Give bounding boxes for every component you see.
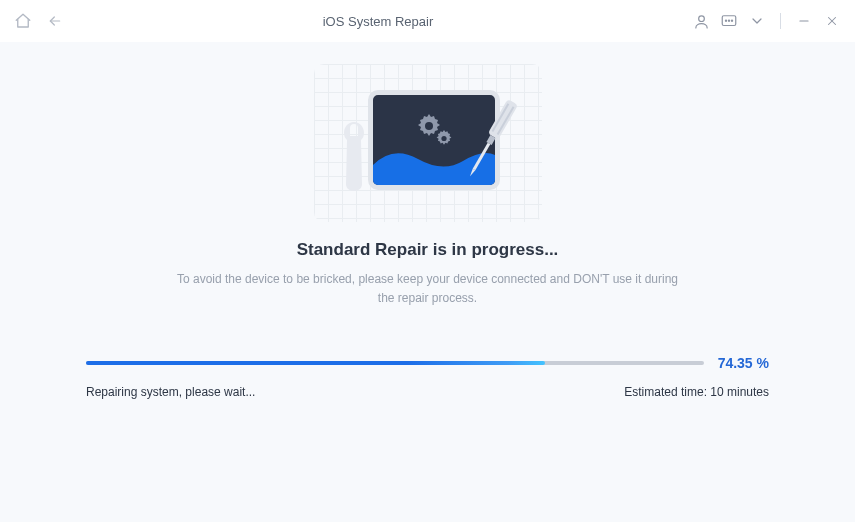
svg-point-0: [698, 15, 704, 21]
progress-status-text: Repairing system, please wait...: [86, 385, 255, 399]
titlebar-divider: [780, 13, 781, 29]
svg-point-3: [728, 20, 729, 21]
window-title: iOS System Repair: [66, 14, 690, 29]
back-icon[interactable]: [44, 10, 66, 32]
screwdriver-icon: [460, 94, 522, 186]
home-icon[interactable]: [12, 10, 34, 32]
chevron-down-icon[interactable]: [746, 10, 768, 32]
illustration-box: [314, 64, 542, 222]
svg-point-9: [441, 136, 446, 141]
titlebar-left: [12, 10, 66, 32]
close-button[interactable]: [821, 10, 843, 32]
progress-subtext: To avoid the device to be bricked, pleas…: [0, 260, 855, 307]
illustration: [0, 42, 855, 222]
progress-eta: Estimated time: 10 minutes: [624, 385, 769, 399]
progress-heading: Standard Repair is in progress...: [0, 240, 855, 260]
progress-bar-fill: [86, 361, 545, 365]
minimize-button[interactable]: [793, 10, 815, 32]
feedback-icon[interactable]: [718, 10, 740, 32]
progress-bar: [86, 361, 704, 365]
titlebar: iOS System Repair: [0, 0, 855, 42]
user-icon[interactable]: [690, 10, 712, 32]
svg-rect-14: [472, 143, 490, 170]
svg-point-8: [425, 122, 433, 130]
progress-area: 74.35 % Repairing system, please wait...…: [86, 355, 769, 399]
titlebar-right: [690, 10, 843, 32]
progress-percent: 74.35 %: [718, 355, 769, 371]
gear-icon: [415, 113, 455, 153]
svg-rect-10: [487, 99, 517, 140]
svg-point-2: [725, 20, 726, 21]
svg-marker-15: [468, 169, 475, 177]
svg-point-4: [731, 20, 732, 21]
app-window: iOS System Repair: [0, 0, 855, 522]
